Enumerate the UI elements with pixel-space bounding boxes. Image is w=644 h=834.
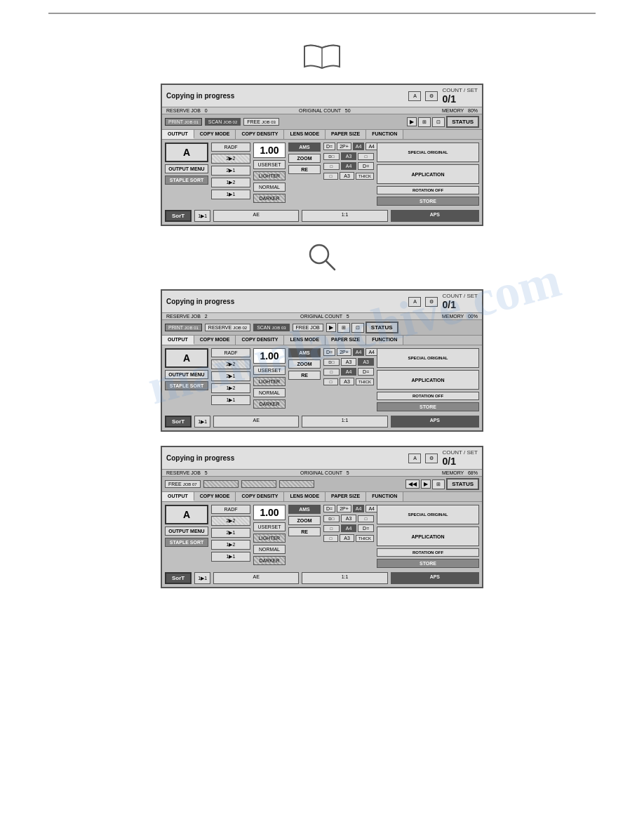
panel3-tab-density[interactable]: COPY DENSITY [236,492,284,501]
panel3-sort-btn[interactable]: SorT [165,572,192,584]
panel1-store-btn[interactable]: STORE [377,197,479,206]
panel1-radf-btn[interactable]: RADF [211,143,250,152]
panel1-num-btn[interactable]: 1▶1 [194,210,210,222]
panel2-paper-A3-1[interactable]: A3 [341,358,357,366]
panel3-paper-2P[interactable]: 2P+ [337,505,351,512]
panel3-userset-btn[interactable]: USERSET [253,522,286,531]
panel1-tab-output[interactable]: OUTPUT [162,130,194,139]
panel1-arrow-fwd[interactable]: ▶ [407,117,417,126]
panel2-paper-A4-3[interactable]: A4 [341,368,357,376]
panel2-paper-A3-3[interactable]: A3 [340,378,354,385]
panel2-tab-lens[interactable]: LENS MODE [284,336,326,345]
panel2-original-btn[interactable]: A [165,348,208,368]
panel3-paper-A3-2[interactable]: A3 [340,534,354,542]
panel3-paper-A4-3[interactable]: A4 [341,524,357,532]
panel2-lighter-btn[interactable]: LIGHTER [253,377,286,386]
panel3-ae-btn[interactable]: AE [213,572,299,584]
panel2-paper-small-g[interactable]: □ [323,378,338,385]
panel3-mode-21[interactable]: 2▶1 [211,528,250,538]
panel3-tab-lens[interactable]: LENS MODE [284,492,326,501]
panel1-paper-D[interactable]: D= [323,143,335,150]
panel3-paper-A4-1[interactable]: A4 [353,505,365,512]
panel1-paper-A4-3[interactable]: A4 [341,162,357,170]
panel1-special-original-btn[interactable]: SPECIAL ORIGINAL [377,143,479,162]
panel3-aps-btn[interactable]: APS [391,572,479,584]
panel3-paper-small-e[interactable]: □ [358,515,374,522]
panel3-zoom-btn[interactable]: ZOOM [288,516,321,525]
panel3-darker-btn[interactable]: DARKER [253,556,286,565]
panel1-paper-A3[interactable]: A3 [341,152,357,160]
panel2-paper-A4-2[interactable]: A4 [365,348,377,356]
panel3-output-menu-btn[interactable]: OUTPUT MENU [165,527,208,536]
panel1-tab-paper[interactable]: PAPER SIZE [326,130,366,139]
panel2-ratio-btn[interactable]: 1:1 [302,416,387,428]
panel2-application-btn[interactable]: APPLICATION [377,370,479,390]
panel1-paper-A4-1[interactable]: A4 [353,143,365,150]
panel3-paper-D[interactable]: D= [323,505,335,512]
panel3-paper-small-d[interactable]: D□ [323,515,340,522]
panel1-zoom-btn[interactable]: ZOOM [288,154,321,163]
panel2-output-menu-btn[interactable]: OUTPUT MENU [165,370,208,379]
panel2-aps-btn[interactable]: APS [391,416,479,428]
panel1-output-menu-btn[interactable]: OUTPUT MENU [165,164,208,173]
panel2-ae-btn[interactable]: AE [213,416,299,428]
panel3-tab-output[interactable]: OUTPUT [162,492,194,501]
panel2-paper-D[interactable]: D= [323,348,335,356]
panel2-zoom-btn[interactable]: ZOOM [288,359,321,369]
panel2-mode-21[interactable]: 2▶1 [211,371,250,381]
panel3-job2[interactable] [203,480,239,488]
panel2-job2[interactable]: RESERVE JOB 02 [205,324,250,331]
panel1-tab-func[interactable]: FUNCTION [366,130,403,139]
panel1-paper-A4-2[interactable]: A4 [365,143,377,150]
panel3-job4[interactable] [279,480,314,488]
panel2-num-btn[interactable]: 1▶1 [194,416,210,428]
panel2-paper-small-d[interactable]: D□ [323,359,340,366]
panel1-darker-btn[interactable]: DARKER [253,194,286,203]
panel3-num-btn[interactable]: 1▶1 [194,572,210,584]
panel1-paper-2P[interactable]: 2P+ [337,143,351,150]
panel3-radf-btn[interactable]: RADF [211,505,250,514]
panel1-application-btn[interactable]: APPLICATION [377,164,479,184]
panel1-paper-small-d[interactable]: D□ [323,153,340,160]
panel1-mode-11[interactable]: 1▶1 [211,190,250,199]
panel1-paper-A3-2[interactable]: A3 [340,172,354,180]
panel3-arrow-fwd[interactable]: ▶ [421,479,431,489]
panel2-tab-density[interactable]: COPY DENSITY [236,336,284,345]
panel1-original-btn[interactable]: A [165,143,208,162]
panel2-ams-btn[interactable]: AMS [288,348,321,357]
panel2-paper-small-f[interactable]: □ [323,369,340,376]
panel3-job3[interactable] [241,480,276,488]
panel3-tab-paper[interactable]: PAPER SIZE [326,492,366,501]
panel1-tab-copymode[interactable]: COPY MODE [194,130,236,139]
panel2-radf-btn[interactable]: RADF [211,348,250,357]
panel2-mode-12[interactable]: 1▶2 [211,383,250,393]
panel2-tab-paper[interactable]: PAPER SIZE [326,336,366,345]
panel2-paper-A3-2[interactable]: A3 [358,358,374,366]
panel2-userset-btn[interactable]: USERSET [253,366,286,375]
panel3-tab-func[interactable]: FUNCTION [366,492,403,501]
panel3-arrow-back[interactable]: ◀◀ [405,479,420,489]
panel3-paper-A3-1[interactable]: A3 [341,515,357,522]
panel3-store-btn[interactable]: STORE [377,559,479,568]
panel1-sort-btn[interactable]: SorT [165,210,192,222]
panel3-lighter-btn[interactable]: LIGHTER [253,534,286,543]
panel3-normal-btn[interactable]: NORMAL [253,545,286,554]
panel1-paper-thick[interactable]: THICK [356,173,374,180]
panel3-paper-D2[interactable]: D= [358,524,374,532]
panel2-paper-thick[interactable]: THICK [356,378,374,385]
panel2-job1[interactable]: PRINT JOB 01 [165,324,202,331]
panel3-paper-small-f[interactable]: □ [323,525,340,532]
panel1-paper-small-g[interactable]: □ [323,173,338,180]
panel1-userset-btn[interactable]: USERSET [253,160,286,169]
panel1-status-btn[interactable]: STATUS [446,116,479,128]
panel3-mode-22[interactable]: 2▶2 [211,516,250,526]
panel3-job1[interactable]: FREE JOB 07 [165,480,201,488]
panel1-paper-D2[interactable]: D= [358,162,374,170]
panel2-special-original-btn[interactable]: SPECIAL ORIGINAL [377,348,479,368]
panel1-job1[interactable]: PRINT JOB 01 [165,118,202,126]
panel3-paper-small-g[interactable]: □ [323,535,338,542]
panel2-status-btn[interactable]: STATUS [365,322,398,333]
panel1-ratio-btn[interactable]: 1:1 [302,210,387,222]
panel2-tab-copymode[interactable]: COPY MODE [194,336,236,345]
panel1-ae-btn[interactable]: AE [213,210,299,222]
